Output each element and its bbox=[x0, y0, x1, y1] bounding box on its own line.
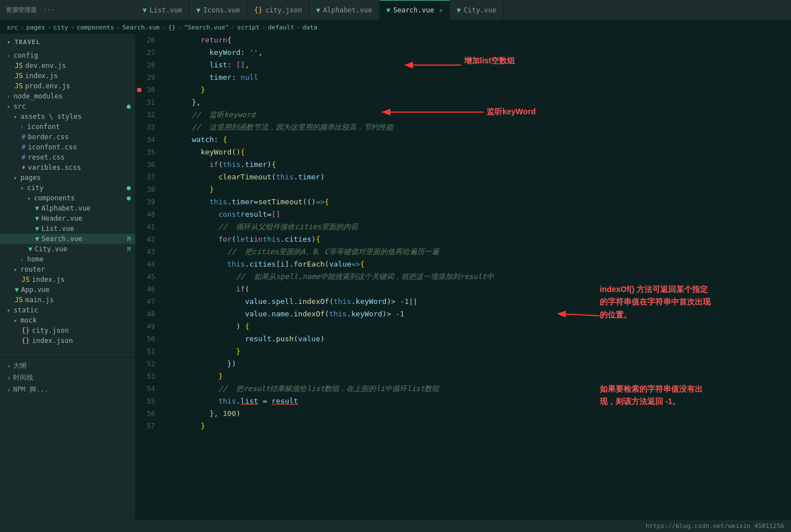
line-number: 48 bbox=[136, 308, 158, 320]
code-line: value.name.indexOf(this.keyWord) > -1 bbox=[165, 308, 791, 320]
breadcrumb-part-9[interactable]: data bbox=[302, 24, 317, 31]
sidebar-item-npm[interactable]: › NPM 脚... bbox=[0, 384, 135, 396]
js-file-icon: JS bbox=[15, 72, 23, 80]
breadcrumb-separator: › bbox=[296, 24, 300, 31]
breadcrumb-part-0[interactable]: src bbox=[7, 24, 18, 31]
sidebar-item-label: city bbox=[27, 184, 44, 192]
js-file-icon: JS bbox=[15, 62, 23, 70]
sidebar-item-components[interactable]: ▾ components bbox=[0, 193, 135, 203]
sidebar-item-header-vue[interactable]: ▼ Header.vue bbox=[0, 213, 135, 224]
sidebar-item-iconfont[interactable]: › iconfont bbox=[0, 122, 135, 132]
chevron-right-icon: › bbox=[20, 124, 24, 130]
breadcrumb-separator: › bbox=[48, 24, 51, 31]
sidebar-item-border-css[interactable]: # border.css bbox=[0, 132, 135, 142]
sidebar-item-dev-env[interactable]: JS dev.env.js bbox=[0, 61, 135, 71]
tab-label: Search.vue bbox=[393, 6, 434, 14]
sidebar-item-label: dev.env.js bbox=[25, 62, 66, 70]
tab-search[interactable]: ▼Search.vue× bbox=[380, 0, 450, 20]
sidebar-item-prod-env[interactable]: JS prod.env.js bbox=[0, 81, 135, 91]
more-button[interactable]: ··· bbox=[40, 6, 58, 14]
sidebar-item-list-vue[interactable]: ▼ List.vue bbox=[0, 224, 135, 234]
vue-file-icon: ▼ bbox=[35, 204, 39, 212]
sidebar-item-home[interactable]: › home bbox=[0, 254, 135, 264]
sidebar-item-label: varibles.scss bbox=[28, 164, 81, 171]
breadcrumb-part-3[interactable]: components bbox=[76, 24, 114, 31]
sidebar-item-city-vue-file[interactable]: ▼ City.vueM bbox=[0, 244, 135, 254]
code-line: this.cities[i].forEach(value => { bbox=[165, 258, 791, 271]
sidebar-item-node-modules[interactable]: › node_modules bbox=[0, 91, 135, 101]
sidebar-item-timeline[interactable]: › 时间线 bbox=[0, 372, 135, 384]
sidebar-item-assets-styles[interactable]: ▾ assets \ styles bbox=[0, 111, 135, 122]
code-line: clearTimeout(this.timer) bbox=[165, 171, 791, 183]
sidebar-item-alphabet-vue[interactable]: ▼ Alphabet.vue bbox=[0, 203, 135, 213]
tab-close-icon[interactable]: × bbox=[439, 7, 442, 14]
sidebar-item-mock[interactable]: ▾ mock bbox=[0, 315, 135, 325]
sidebar-item-app-vue[interactable]: ▼ App.vue bbox=[0, 285, 135, 295]
chevron-down-icon: ▾ bbox=[7, 307, 10, 314]
sidebar-item-outline[interactable]: › 大纲 bbox=[0, 360, 135, 372]
line-number: 34 bbox=[136, 134, 158, 146]
chevron-right-icon: › bbox=[20, 256, 24, 263]
sidebar-item-pages[interactable]: ▾ pages bbox=[0, 173, 135, 183]
breadcrumb-part-6[interactable]: "Search.vue" bbox=[184, 24, 229, 31]
sidebar-item-search-vue[interactable]: ▼ Search.vueM bbox=[0, 234, 135, 244]
tab-alphabet[interactable]: ▼Alphabet.vue bbox=[309, 0, 380, 20]
breadcrumb-separator: › bbox=[71, 24, 75, 31]
code-line: }) bbox=[165, 358, 791, 370]
sidebar-item-city-json-file[interactable]: {} city.json bbox=[0, 325, 135, 336]
modified-dot bbox=[127, 105, 131, 109]
line-number: 49 bbox=[136, 320, 158, 333]
code-line: if ( bbox=[165, 283, 791, 295]
code-line: result.push(value) bbox=[165, 333, 791, 345]
sidebar-item-iconfont-css[interactable]: # iconfont.css bbox=[0, 142, 135, 152]
sidebar-item-index-json[interactable]: {} index.json bbox=[0, 336, 135, 346]
sidebar-item-router[interactable]: ▾ router bbox=[0, 264, 135, 274]
sidebar-item-label: mock bbox=[20, 316, 37, 324]
sidebar-item-label: src bbox=[14, 102, 26, 110]
breadcrumb-part-1[interactable]: pages bbox=[27, 24, 45, 31]
breadcrumb-part-2[interactable]: city bbox=[53, 24, 68, 31]
sidebar-item-reset-css[interactable]: # reset.css bbox=[0, 152, 135, 162]
sidebar-item-label: Header.vue bbox=[41, 214, 82, 222]
tab-city-json[interactable]: {}city.json bbox=[247, 0, 309, 20]
breadcrumb-part-7[interactable]: script bbox=[237, 24, 260, 31]
code-line: ) { bbox=[165, 320, 791, 333]
sidebar-tree: › config JS dev.env.js JS index.js JS pr… bbox=[0, 50, 135, 346]
breadcrumb-part-4[interactable]: Search.vue bbox=[122, 24, 160, 31]
sidebar-item-router-index[interactable]: JS index.js bbox=[0, 274, 135, 285]
tab-list[interactable]: ▼List.vue bbox=[136, 0, 190, 20]
tab-city-vue[interactable]: ▼City.vue bbox=[450, 0, 504, 20]
sidebar-item-src[interactable]: ▾ src bbox=[0, 101, 135, 111]
explorer-title: 资源管理器 ··· bbox=[0, 0, 136, 20]
sidebar-item-city-folder[interactable]: ▾ city bbox=[0, 183, 135, 193]
breadcrumb-separator: › bbox=[20, 24, 24, 31]
sidebar-item-label: router bbox=[20, 265, 45, 273]
line-number: 30 bbox=[136, 84, 158, 96]
sidebar-item-label: node_modules bbox=[14, 92, 63, 100]
line-number: 52 bbox=[136, 358, 158, 370]
sidebar-item-static[interactable]: ▾ static bbox=[0, 305, 135, 315]
js-file-icon: JS bbox=[15, 296, 23, 304]
line-number: 39 bbox=[136, 196, 158, 208]
line-number: 26 bbox=[136, 34, 158, 46]
line-number: 27 bbox=[136, 46, 158, 59]
tab-bar: ▼List.vue▼Icons.vue{}city.json▼Alphabet.… bbox=[136, 0, 791, 20]
css-file-icon: # bbox=[22, 143, 25, 151]
sidebar-item-config[interactable]: › config bbox=[0, 50, 135, 61]
tab-icons[interactable]: ▼Icons.vue bbox=[190, 0, 247, 20]
sidebar-item-label: Search.vue bbox=[41, 235, 82, 243]
tab-label: Alphabet.vue bbox=[323, 6, 372, 14]
json-icon: {} bbox=[254, 6, 262, 14]
sidebar-item-label: Alphabet.vue bbox=[41, 204, 91, 212]
sidebar-item-label: main.js bbox=[25, 296, 54, 304]
breadcrumb-part-5[interactable]: {} bbox=[168, 24, 175, 31]
sidebar-item-varibles-scss[interactable]: ♦ varibles.scss bbox=[0, 162, 135, 173]
top-bar: 资源管理器 ··· ▼List.vue▼Icons.vue{}city.json… bbox=[0, 0, 791, 20]
sidebar-item-index-js-config[interactable]: JS index.js bbox=[0, 71, 135, 81]
breadcrumb-part-8[interactable]: default bbox=[268, 24, 294, 31]
sidebar-item-main-js[interactable]: JS main.js bbox=[0, 295, 135, 305]
chevron-right-icon: › bbox=[7, 93, 10, 100]
code-line: for (let i in this.cities) { bbox=[165, 233, 791, 246]
vue-file-icon: ▼ bbox=[35, 235, 39, 243]
css-file-icon: # bbox=[22, 133, 25, 141]
